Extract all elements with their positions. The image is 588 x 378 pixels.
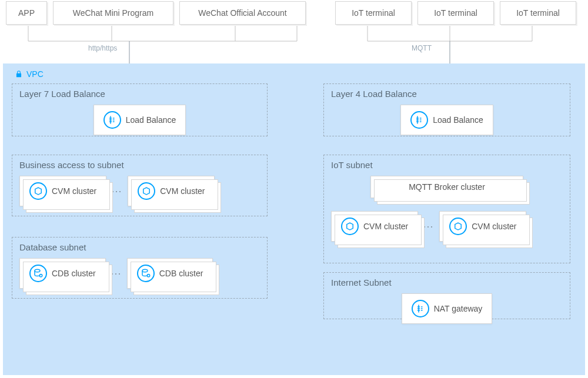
svg-point-9 [142,269,148,272]
node-load-balance-l7: Load Balance [93,105,186,135]
vpc-label-text: VPC [26,69,44,79]
node-cvm-label: CVM cluster [472,222,516,231]
cube-icon [341,218,359,235]
cube-icon [138,182,155,200]
node-nat-label: NAT gateway [434,304,483,313]
panel-l7-title: Layer 7 Load Balance [19,89,260,99]
svg-point-10 [147,275,150,277]
panel-database-subnet: Database subnet CDB cluster ⋯ CDB cluste… [12,237,268,299]
panel-l4-lb: Layer 4 Load Balance Load Balance [323,83,570,136]
lock-icon [15,70,23,78]
node-mqtt-broker: MQTT Broker cluster [370,176,523,198]
panel-iot-title: IoT subnet [331,160,563,170]
panel-internet-title: Internet Subnet [331,277,563,287]
node-cdb-cluster-1: CDB cluster [19,258,106,289]
vpc-label: VPC [15,69,573,79]
client-iot-1: IoT terminal [335,1,412,25]
node-cvm-cluster-biz-2: CVM cluster [128,176,215,206]
client-row: APP WeChat Mini Program WeChat Official … [0,0,588,25]
client-iot-1-label: IoT terminal [352,8,395,18]
node-load-balance-l7-label: Load Balance [126,115,176,125]
client-iot-3-label: IoT terminal [516,8,560,18]
node-cdb-label: CDB cluster [52,269,96,278]
gateway-icon [412,300,429,317]
client-iot-2: IoT terminal [417,1,494,25]
client-wechat-mini-label: WeChat Mini Program [73,8,153,18]
node-load-balance-l4-label: Load Balance [433,115,483,125]
node-cvm-label: CVM cluster [363,222,408,231]
client-wechat-mini: WeChat Mini Program [53,1,173,25]
panel-business-title: Business access to subnet [19,160,260,170]
svg-point-7 [35,269,40,272]
panel-internet-subnet: Internet Subnet NAT gateway [323,272,570,319]
node-cvm-label: CVM cluster [160,186,205,196]
panel-iot-subnet: IoT subnet MQTT Broker cluster CVM clust… [323,155,570,263]
panel-business-subnet: Business access to subnet CVM cluster ⋯ … [12,155,268,216]
vpc-container: VPC Layer 7 Load Balance Load Balance Bu… [3,63,585,375]
protocol-http-label: http/https [88,44,117,52]
node-cdb-label: CDB cluster [159,269,203,278]
client-app: APP [6,1,47,25]
panel-l4-title: Layer 4 Load Balance [331,89,563,99]
node-load-balance-l4: Load Balance [400,105,493,135]
node-cvm-label: CVM cluster [52,186,96,196]
protocol-mqtt-label: MQTT [412,44,432,52]
node-cvm-cluster-biz-1: CVM cluster [19,176,106,206]
svg-point-8 [39,275,42,277]
panel-database-title: Database subnet [19,242,260,252]
load-balance-icon [410,111,428,129]
client-app-label: APP [18,8,35,18]
node-nat-gateway: NAT gateway [402,293,493,324]
client-iot-2-label: IoT terminal [434,8,477,18]
cube-icon [29,182,47,200]
node-cvm-cluster-iot-2: CVM cluster [439,211,526,242]
ellipsis-icon: ⋯ [111,267,122,280]
ellipsis-icon: ⋯ [423,220,435,233]
cube-icon [449,218,467,235]
node-cvm-cluster-iot-1: CVM cluster [331,211,418,242]
database-icon [137,265,155,282]
node-cdb-cluster-2: CDB cluster [127,258,213,289]
ellipsis-icon: ⋯ [111,185,123,198]
database-icon [29,265,47,282]
load-balance-icon [103,111,121,129]
client-wechat-official: WeChat Official Account [179,1,306,25]
client-iot-3: IoT terminal [500,1,576,25]
client-wechat-official-label: WeChat Official Account [198,8,286,18]
panel-l7-lb: Layer 7 Load Balance Load Balance [12,83,268,136]
node-mqtt-label: MQTT Broker cluster [409,182,485,192]
